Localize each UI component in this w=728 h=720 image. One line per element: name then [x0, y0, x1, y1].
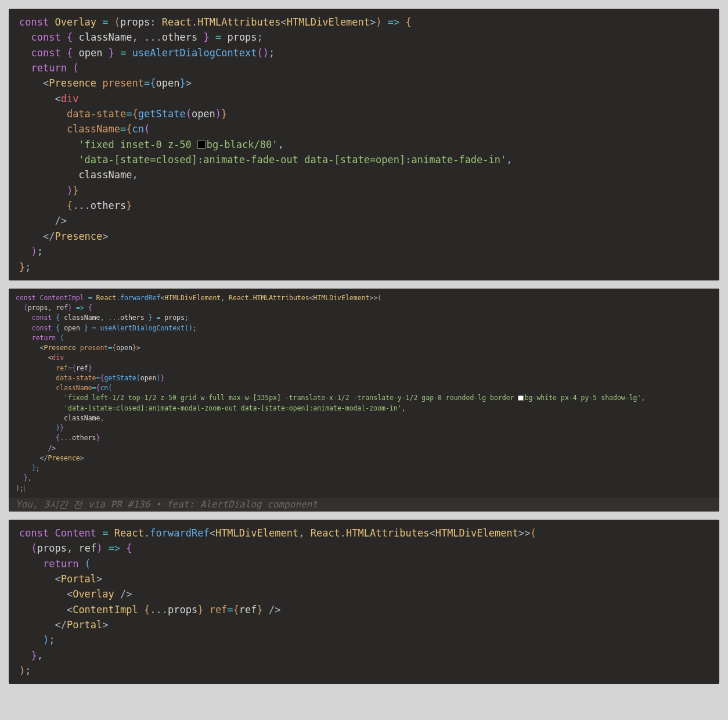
code-block-contentimpl[interactable]: const ContentImpl = React.forwardRef<HTM… [9, 289, 719, 512]
code-content[interactable]: const Overlay = (props: React.HTMLAttrib… [9, 9, 719, 280]
component-name: Overlay [55, 16, 96, 28]
git-blame-annotation: You, 3시간 전 via PR #136 • feat: AlertDial… [9, 498, 719, 512]
color-swatch-black [197, 141, 206, 149]
code-content[interactable]: const Content = React.forwardRef<HTMLDiv… [9, 520, 719, 684]
keyword-const: const [19, 16, 49, 28]
text-cursor [24, 485, 24, 492]
code-block-content[interactable]: const Content = React.forwardRef<HTMLDiv… [9, 520, 719, 684]
code-block-overlay[interactable]: const Overlay = (props: React.HTMLAttrib… [9, 9, 719, 280]
color-swatch-white [518, 395, 523, 401]
code-content[interactable]: const ContentImpl = React.forwardRef<HTM… [9, 289, 719, 498]
